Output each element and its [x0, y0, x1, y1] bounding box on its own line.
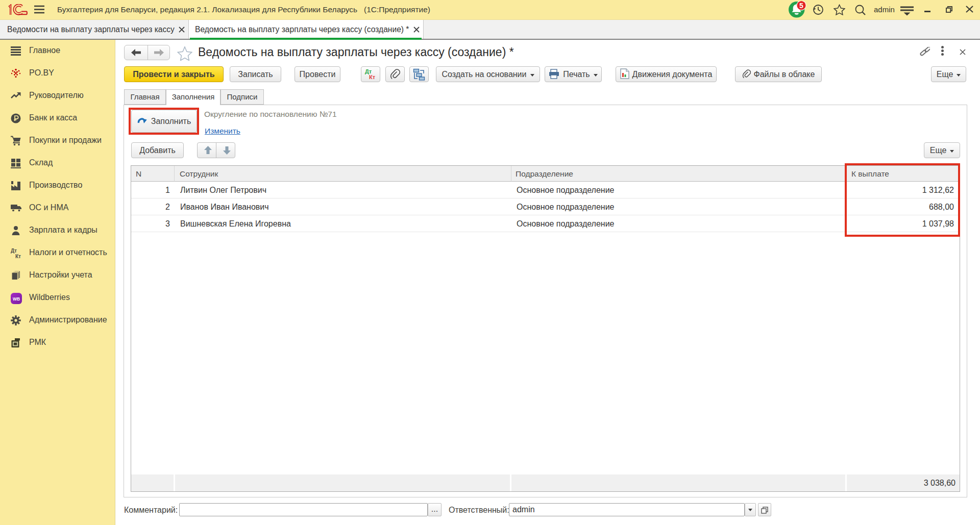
svg-text:5: 5 [799, 2, 803, 10]
svg-text:Дт: Дт [11, 248, 17, 254]
svg-text:Кт: Кт [369, 74, 376, 80]
svg-text:Кт: Кт [15, 254, 21, 259]
svg-text:WB: WB [13, 296, 20, 302]
